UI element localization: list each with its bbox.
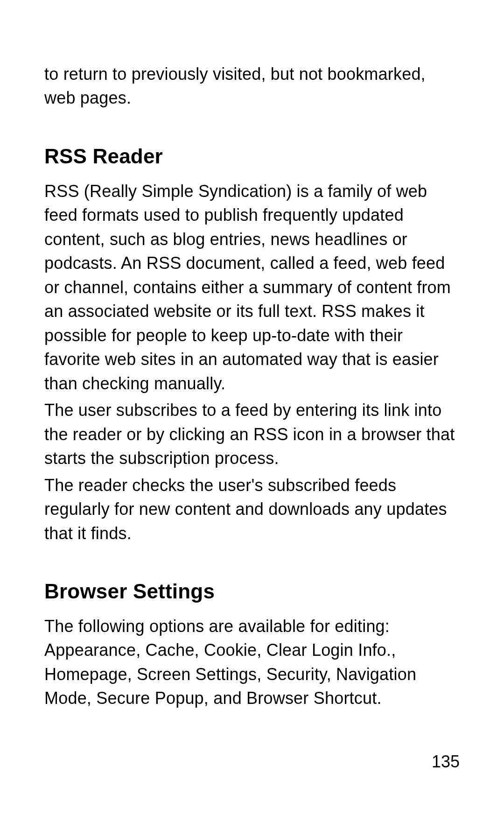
section-heading-browser-settings: Browser Settings	[44, 580, 460, 603]
paragraph: The user subscribes to a feed by enterin…	[44, 398, 460, 470]
section-heading-rss-reader: RSS Reader	[44, 145, 460, 168]
page-number: 135	[432, 752, 460, 772]
paragraph: RSS (Really Simple Syndication) is a fam…	[44, 179, 460, 395]
continuation-paragraph: to return to previously visited, but not…	[44, 62, 460, 110]
paragraph: The reader checks the user's subscribed …	[44, 473, 460, 545]
document-page: to return to previously visited, but not…	[0, 0, 504, 822]
paragraph: The following options are available for …	[44, 614, 460, 710]
